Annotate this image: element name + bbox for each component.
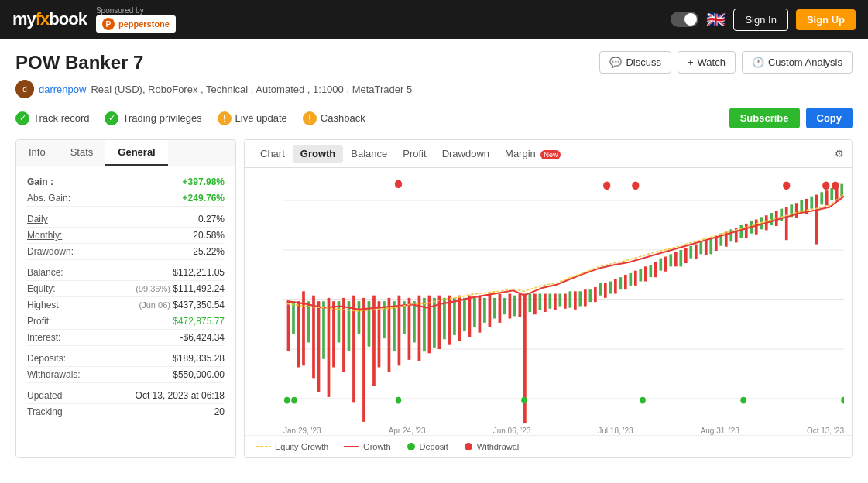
svg-rect-30 <box>378 301 381 367</box>
language-flag[interactable]: 🇬🇧 <box>706 10 726 29</box>
daily-value: 0.27% <box>198 214 225 224</box>
svg-rect-83 <box>644 266 647 281</box>
interest-value: -$6,424.34 <box>180 332 225 343</box>
svg-rect-60 <box>529 294 532 312</box>
svg-rect-16 <box>307 301 310 342</box>
main-content: POW Banker 7 💬 Discuss + Watch 🕐 Custom … <box>0 39 868 483</box>
svg-rect-84 <box>649 265 652 277</box>
avatar: d <box>15 80 34 98</box>
svg-rect-72 <box>588 289 592 302</box>
discuss-button[interactable]: 💬 Discuss <box>599 51 671 74</box>
svg-rect-96 <box>709 238 712 254</box>
abs-gain-label: Abs. Gain: <box>27 193 70 204</box>
watch-label: Watch <box>698 57 726 68</box>
chart-tab-balance[interactable]: Balance <box>343 145 395 163</box>
svg-point-126 <box>521 397 527 404</box>
gain-value: +397.98% <box>183 176 225 187</box>
svg-rect-78 <box>619 277 622 289</box>
svg-rect-63 <box>544 294 547 312</box>
svg-point-123 <box>284 397 290 404</box>
svg-rect-85 <box>654 262 657 277</box>
svg-rect-70 <box>578 291 582 306</box>
chart-settings-icon[interactable]: ⚙ <box>835 148 844 159</box>
badge-cashback: ! Cashback <box>303 111 365 125</box>
account-row: d darrenpow Real (USD), RoboForex , Tech… <box>15 80 853 98</box>
header-right: 🇬🇧 Sign In Sign Up <box>671 9 856 31</box>
svg-rect-55 <box>503 298 506 314</box>
stat-daily: Daily 0.27% <box>27 211 225 228</box>
x-label-3: Jun 06, '23 <box>493 426 531 435</box>
chart-tab-profit[interactable]: Profit <box>395 145 434 163</box>
x-label-5: Aug 31, '23 <box>701 426 739 435</box>
signin-button[interactable]: Sign In <box>733 9 787 31</box>
svg-rect-113 <box>795 203 798 218</box>
chart-tab-bar: Chart Growth Balance Profit Drawdown Mar… <box>245 140 852 168</box>
stat-abs-gain: Abs. Gain: +249.76% <box>27 190 225 207</box>
theme-toggle[interactable] <box>671 12 698 27</box>
stat-deposits: Deposits: $189,335.28 <box>27 351 225 367</box>
equity-growth-icon <box>256 443 271 450</box>
svg-rect-33 <box>393 301 396 351</box>
badges-row: ✓ Track record ✓ Trading privileges ! Li… <box>15 108 853 128</box>
badge-live-update: ! Live update <box>218 111 287 125</box>
svg-rect-75 <box>604 283 607 298</box>
tab-info[interactable]: Info <box>16 140 58 166</box>
highest-value: (Jun 06) $437,350.54 <box>139 300 225 310</box>
svg-rect-120 <box>830 188 833 200</box>
chart-tab-drawdown[interactable]: Drawdown <box>434 145 497 163</box>
equity-pct: (99.36%) <box>136 284 170 293</box>
interest-label: Interest: <box>27 332 60 343</box>
pepperstone-icon: P <box>102 18 115 30</box>
watch-button[interactable]: + Watch <box>678 51 736 74</box>
equity-amount: $111,492.24 <box>173 283 225 294</box>
warning-icon-2: ! <box>303 111 317 125</box>
daily-label[interactable]: Daily <box>27 214 48 224</box>
monthly-label[interactable]: Monthly: <box>27 230 62 241</box>
svg-rect-103 <box>745 224 748 238</box>
left-tab-bar: Info Stats General <box>16 140 235 166</box>
title-row: POW Banker 7 💬 Discuss + Watch 🕐 Custom … <box>15 51 853 74</box>
updated-value: Oct 13, 2023 at 06:18 <box>136 390 225 401</box>
stat-highest: Highest: (Jun 06) $437,350.54 <box>27 297 225 313</box>
title-actions: 💬 Discuss + Watch 🕐 Custom Analysis <box>599 51 853 74</box>
svg-rect-111 <box>785 207 788 241</box>
custom-analysis-label: Custom Analysis <box>768 57 842 68</box>
svg-text:d: d <box>22 85 27 94</box>
svg-rect-51 <box>483 298 486 323</box>
growth-label: Growth <box>363 442 390 451</box>
withdrawals-value: $550,000.00 <box>173 369 225 380</box>
copy-button[interactable]: Copy <box>806 108 853 128</box>
svg-rect-13 <box>292 301 295 334</box>
svg-rect-86 <box>659 259 662 271</box>
legend-growth: Growth <box>344 442 390 451</box>
chart-tab-chart[interactable]: Chart <box>252 145 293 163</box>
svg-rect-93 <box>695 245 698 259</box>
subscribe-button[interactable]: Subscribe <box>729 108 800 128</box>
drawdown-label: Drawdown: <box>27 246 74 257</box>
svg-rect-116 <box>810 197 813 209</box>
track-record-label: Track record <box>33 112 89 124</box>
username-link[interactable]: darrenpow <box>39 84 86 95</box>
highest-amount: $437,350.54 <box>173 300 225 310</box>
svg-rect-94 <box>699 242 702 254</box>
stat-interest: Interest: -$6,424.34 <box>27 330 225 346</box>
chart-tab-growth[interactable]: Growth <box>293 145 344 163</box>
chart-tab-margin[interactable]: Margin New <box>497 145 568 163</box>
tab-general[interactable]: General <box>105 140 167 166</box>
svg-rect-12 <box>287 301 290 351</box>
svg-rect-14 <box>297 301 300 367</box>
chart-svg: 480% 240% 0% -240% -480% <box>283 176 844 423</box>
equity-value: (99.36%) $111,492.24 <box>136 283 225 294</box>
plus-icon: + <box>688 57 694 68</box>
svg-rect-37 <box>413 301 416 342</box>
svg-rect-40 <box>428 296 431 354</box>
tab-stats[interactable]: Stats <box>58 140 106 166</box>
custom-analysis-button[interactable]: 🕐 Custom Analysis <box>742 51 853 74</box>
profit-label: Profit: <box>27 316 51 327</box>
sponsor-area: Sponsored by P pepperstone <box>96 6 176 33</box>
x-label-6: Oct 13, '23 <box>807 426 844 435</box>
svg-rect-90 <box>679 250 682 266</box>
signup-button[interactable]: Sign Up <box>796 9 856 30</box>
stat-tracking: Tracking 20 <box>27 404 225 420</box>
svg-rect-66 <box>559 294 562 307</box>
